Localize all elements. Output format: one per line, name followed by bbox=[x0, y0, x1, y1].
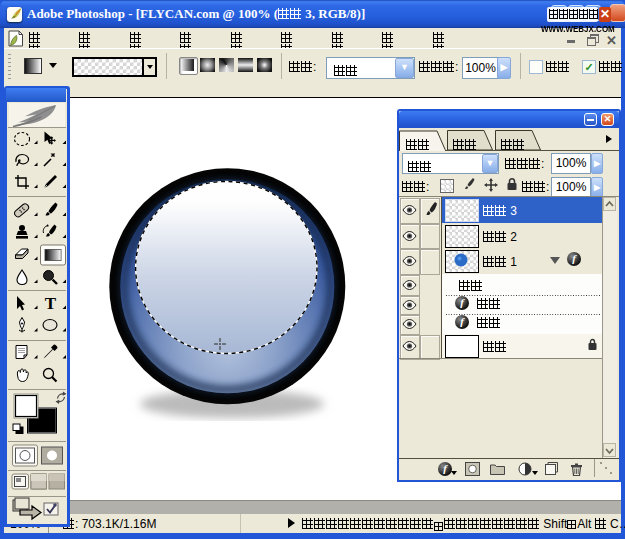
svg-text:T: T bbox=[45, 294, 57, 313]
